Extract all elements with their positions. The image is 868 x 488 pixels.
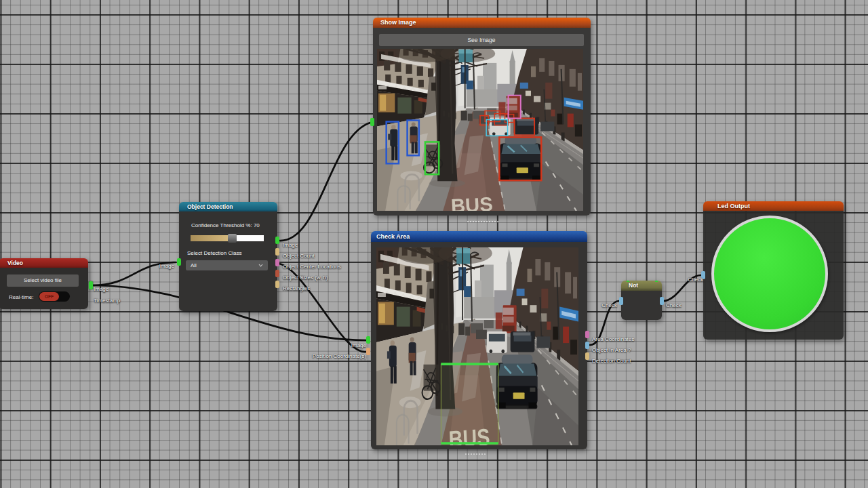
svg-text:BUS: BUS [450, 193, 494, 211]
